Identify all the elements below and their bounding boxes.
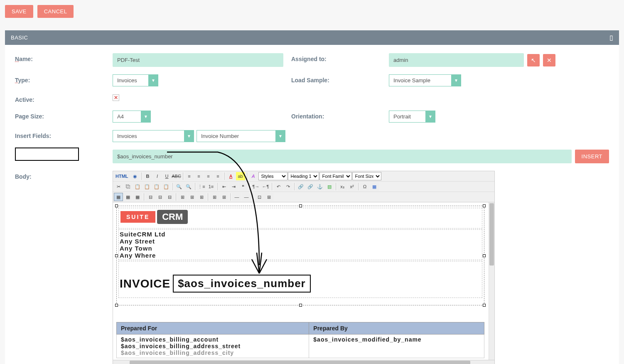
selected-table[interactable]: SUITE CRM SuiteCRM Ltd Any Street Any To…	[116, 206, 484, 305]
anchor-icon[interactable]: ⚓	[315, 182, 324, 191]
variable-input[interactable]	[113, 150, 572, 163]
assigned-to-label: Assigned to:	[291, 53, 389, 62]
fullscreen-icon[interactable]: ⊞	[264, 193, 273, 201]
load-sample-select[interactable]: Invoice Sample	[389, 74, 451, 86]
find-icon[interactable]: 🔍	[174, 182, 184, 191]
row-after-icon[interactable]: ⊟	[155, 193, 165, 201]
undo-icon[interactable]: ↶	[274, 182, 283, 191]
cancel-button[interactable]: CANCEL	[37, 5, 74, 18]
bullet-list-icon[interactable]: ⋮≡	[197, 182, 206, 191]
font-family-select[interactable]: Font Family	[319, 172, 352, 180]
resize-handle[interactable]	[483, 204, 486, 207]
paste-text-icon[interactable]: 📋	[142, 182, 152, 191]
ltr-icon[interactable]: ¶→	[251, 182, 260, 191]
table-cell: $aos_invoices_modified_by_name	[309, 334, 484, 358]
superscript-icon[interactable]: x²	[347, 182, 356, 191]
table-icon[interactable]: ▦	[114, 193, 123, 201]
collapse-icon[interactable]: ▯	[609, 34, 614, 42]
chevron-down-icon[interactable]: ▼	[141, 111, 151, 123]
table-props-icon[interactable]: ▦	[123, 193, 133, 201]
replace-icon[interactable]: 🔍	[184, 182, 193, 191]
assigned-to-input[interactable]	[389, 53, 524, 67]
prepared-table: Prepared For Prepared By $aos_invoices_b…	[116, 322, 484, 358]
resize-handle[interactable]	[299, 204, 302, 207]
logo-crm-text: CRM	[157, 210, 188, 224]
font-icon[interactable]: A	[249, 172, 258, 180]
type-label: Type:	[15, 74, 113, 84]
number-list-icon[interactable]: 1≡	[206, 182, 216, 191]
html-button[interactable]: HTML	[114, 172, 130, 180]
col-before-icon[interactable]: ⊞	[178, 193, 187, 201]
chevron-down-icon[interactable]: ▼	[184, 130, 194, 142]
editor-body[interactable]: SUITE CRM SuiteCRM Ltd Any Street Any To…	[113, 202, 495, 360]
save-button[interactable]: SAVE	[5, 5, 33, 18]
vertical-scrollbar[interactable]	[489, 202, 494, 360]
align-right-icon[interactable]: ≡	[204, 172, 213, 180]
orientation-select[interactable]: Portrait	[389, 111, 425, 123]
chevron-down-icon[interactable]: ▼	[451, 74, 461, 86]
highlight-color-icon[interactable]: ab	[236, 172, 245, 180]
blockquote-icon[interactable]: ❝	[238, 182, 248, 191]
horizontal-scrollbar[interactable]	[113, 360, 495, 364]
media-icon[interactable]: ▦	[370, 182, 379, 191]
italic-icon[interactable]: I	[153, 172, 162, 180]
unlink-icon[interactable]: 🔗	[306, 182, 315, 191]
indent-icon[interactable]: ⇥	[229, 182, 238, 191]
chevron-down-icon[interactable]: ▼	[425, 111, 435, 123]
resize-handle[interactable]	[483, 304, 486, 307]
link-icon[interactable]: 🔗	[296, 182, 305, 191]
active-checkbox[interactable]: ✕	[113, 94, 119, 101]
chevron-down-icon[interactable]: ▼	[275, 130, 285, 142]
subscript-icon[interactable]: x₂	[338, 182, 347, 191]
strikethrough-icon[interactable]: ABC	[172, 172, 181, 180]
row-delete-icon[interactable]: ⊟	[165, 193, 174, 201]
cell-merge-icon[interactable]: ⊞	[219, 193, 228, 201]
paste-icon[interactable]: 📋	[133, 182, 142, 191]
resize-handle[interactable]	[115, 304, 118, 307]
hr-icon[interactable]: —	[232, 193, 241, 201]
logo-suite-text: SUITE	[120, 211, 155, 223]
paste-word-icon[interactable]: 📋	[152, 182, 161, 191]
col-delete-icon[interactable]: ⊞	[197, 193, 206, 201]
visual-chars-icon[interactable]: ⊡	[255, 193, 264, 201]
col-after-icon[interactable]: ⊞	[187, 193, 197, 201]
close-icon: ✕	[547, 57, 552, 64]
insert-field-select[interactable]: Invoice Number	[197, 130, 275, 142]
resize-handle[interactable]	[483, 254, 486, 257]
styles-select[interactable]: Styles	[258, 172, 287, 180]
text-color-icon[interactable]: A	[226, 172, 236, 180]
font-size-select[interactable]: Font Size	[352, 172, 381, 180]
cell-split-icon[interactable]: ⊞	[210, 193, 219, 201]
outdent-icon[interactable]: ⇤	[219, 182, 228, 191]
name-input[interactable]	[113, 53, 283, 67]
image-icon[interactable]: ▧	[325, 182, 334, 191]
underline-icon[interactable]: U	[162, 172, 172, 180]
orientation-label: Orientation:	[291, 111, 389, 120]
resize-handle[interactable]	[299, 304, 302, 307]
cut-icon[interactable]: ✂	[114, 182, 123, 191]
redo-icon[interactable]: ↷	[283, 182, 292, 191]
bold-icon[interactable]: B	[143, 172, 152, 180]
basic-panel: BASIC ▯ Name: Assigned to: ↖ ✕ Type: Inv…	[5, 30, 619, 364]
special-char-icon[interactable]: Ω	[360, 182, 369, 191]
align-left-icon[interactable]: ≡	[185, 172, 194, 180]
remove-format-icon[interactable]: —	[242, 193, 251, 201]
resize-handle[interactable]	[115, 254, 118, 257]
table-delete-icon[interactable]: ▦	[133, 193, 142, 201]
assign-clear-button[interactable]: ✕	[543, 54, 555, 66]
copy-icon[interactable]: ⿻	[123, 182, 133, 191]
row-before-icon[interactable]: ⊟	[146, 193, 155, 201]
insert-module-select[interactable]: Invoices	[113, 130, 184, 142]
insert-button[interactable]: INSERT	[575, 150, 609, 163]
paste-plain-icon[interactable]: 📋	[162, 182, 171, 191]
rtl-icon[interactable]: ←¶	[261, 182, 270, 191]
align-justify-icon[interactable]: ≡	[214, 172, 223, 180]
chevron-down-icon[interactable]: ▼	[148, 74, 158, 86]
type-select[interactable]: Invoices	[113, 74, 148, 86]
align-center-icon[interactable]: ≡	[194, 172, 204, 180]
help-icon[interactable]: ◉	[130, 172, 140, 180]
assign-select-button[interactable]: ↖	[527, 54, 540, 66]
resize-handle[interactable]	[115, 204, 118, 207]
page-size-select[interactable]: A4	[113, 111, 141, 123]
heading-select[interactable]: Heading 1	[288, 172, 319, 180]
